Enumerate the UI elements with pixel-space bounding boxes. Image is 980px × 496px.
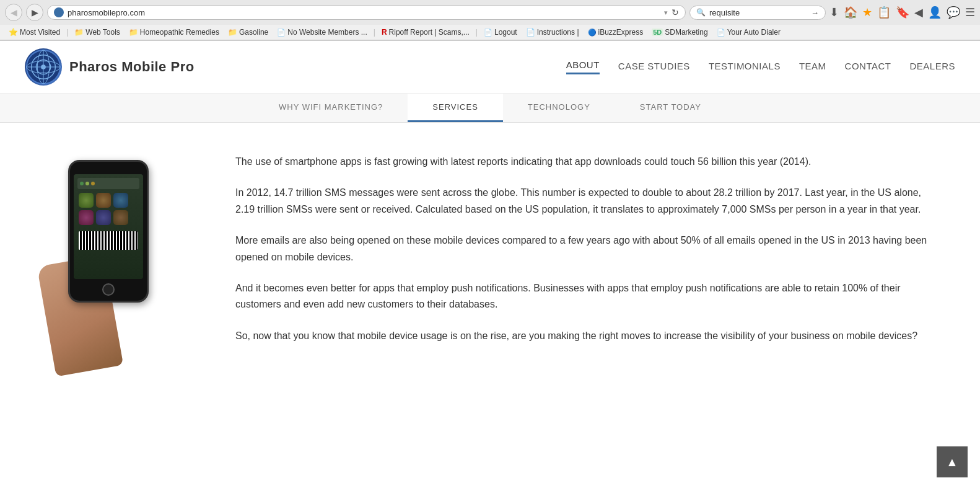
bookmark-no-website[interactable]: 📄 No Website Members ... xyxy=(273,27,370,38)
bookmark-most-visited[interactable]: ⭐ Most Visited xyxy=(5,27,64,38)
no-website-icon: 📄 xyxy=(277,29,286,37)
phone-home-button xyxy=(102,283,115,296)
phone-body xyxy=(68,160,149,303)
paragraph-3: More emails are also being opened on the… xyxy=(235,232,943,265)
sdmarketing-label: SDMarketing xyxy=(665,28,707,37)
separator-1: | xyxy=(66,28,68,37)
logout-label: Logout xyxy=(494,28,517,37)
gasoline-folder-icon: 📁 xyxy=(228,28,237,37)
logout-icon: 📄 xyxy=(484,29,492,37)
toolbar-icons: ⬇ 🏠 ★ 📋 🔖 ◀ 👤 💬 ☰ xyxy=(829,6,975,19)
app-icon-2 xyxy=(96,193,111,208)
homeopathic-label: Homeopathic Remedies xyxy=(140,28,219,37)
nav-dealers[interactable]: DEALERS xyxy=(909,61,955,74)
nav-team[interactable]: TEAM xyxy=(799,61,826,74)
site-logo[interactable]: Pharos Mobile Pro xyxy=(25,48,195,86)
menu-icon[interactable]: ☰ xyxy=(965,6,975,19)
app-icon-5 xyxy=(96,210,111,225)
ripoff-label: Ripoff Report | Scams,... xyxy=(389,28,470,37)
sub-nav: WHY WIFI MARKETING? SERVICES TECHNOLOGY … xyxy=(0,94,980,123)
no-website-label: No Website Members ... xyxy=(287,28,367,37)
autodialer-icon: 📄 xyxy=(717,29,725,37)
logo-icon xyxy=(25,48,62,86)
back-button[interactable]: ◀ xyxy=(5,4,22,21)
user-icon[interactable]: 👤 xyxy=(928,6,942,19)
content-text: The use of smartphone apps is fast growi… xyxy=(235,148,943,371)
sub-nav-start-today[interactable]: START TODAY xyxy=(615,94,726,122)
phone-screen-content xyxy=(74,174,143,279)
svg-point-7 xyxy=(41,64,46,69)
nav-contact[interactable]: CONTACT xyxy=(845,61,891,74)
content-area: The use of smartphone apps is fast growi… xyxy=(0,123,980,396)
search-text: requisite xyxy=(709,8,807,17)
browser-chrome: ◀ ▶ pharosmobilepro.com ▾ ↻ 🔍 requisite … xyxy=(0,0,980,41)
phone-barcode xyxy=(79,231,138,250)
home-icon[interactable]: 🏠 xyxy=(844,6,857,19)
paragraph-4: And it becomes even better for apps that… xyxy=(235,280,943,313)
sub-nav-why-wifi[interactable]: WHY WIFI MARKETING? xyxy=(254,94,408,122)
chat-icon[interactable]: 💬 xyxy=(947,6,960,19)
ibuzz-icon: 🔵 xyxy=(588,29,597,37)
separator-2: | xyxy=(374,28,375,37)
web-tools-folder-icon: 📁 xyxy=(74,28,84,37)
homeopathic-folder-icon: 📁 xyxy=(129,28,138,37)
address-dropdown-icon[interactable]: ▾ xyxy=(664,9,668,17)
app-icon-1 xyxy=(79,193,94,208)
bookmark-autodialer[interactable]: 📄 Your Auto Dialer xyxy=(713,27,784,38)
bookmark-gasoline[interactable]: 📁 Gasoline xyxy=(224,27,272,38)
most-visited-icon: ⭐ xyxy=(9,28,18,37)
signal-dot-3 xyxy=(91,182,95,185)
ibuzz-label: iBuzzExpress xyxy=(598,28,644,37)
forward-button[interactable]: ▶ xyxy=(26,4,43,21)
logo-text: Pharos Mobile Pro xyxy=(69,59,195,75)
nav-testimonials[interactable]: TESTIMONIALS xyxy=(709,61,781,74)
bookmark-homeopathic[interactable]: 📁 Homeopathic Remedies xyxy=(125,27,223,38)
paragraph-5: So, now that you know that mobile device… xyxy=(235,328,943,344)
url-text: pharosmobilepro.com xyxy=(68,8,660,17)
separator-3: | xyxy=(476,28,478,37)
search-submit-icon[interactable]: → xyxy=(811,8,819,17)
app-icon-4 xyxy=(79,210,94,225)
paragraph-2: In 2012, 14.7 trillion SMS messages were… xyxy=(235,185,943,218)
signal-dot-1 xyxy=(80,182,84,185)
app-icon-6 xyxy=(113,210,128,225)
web-tools-label: Web Tools xyxy=(85,28,120,37)
address-bar[interactable]: pharosmobilepro.com ▾ ↻ xyxy=(47,5,686,20)
sub-nav-services[interactable]: SERVICES xyxy=(408,94,503,122)
phone-screen xyxy=(74,174,143,279)
nav-about[interactable]: ABOUT xyxy=(566,60,600,74)
bookmark-instructions[interactable]: 📄 Instructions | xyxy=(522,27,583,38)
bookmark-sdmarketing[interactable]: 5D SDMarketing xyxy=(648,27,711,38)
bookmarks-bar: ⭐ Most Visited | 📁 Web Tools 📁 Homeopath… xyxy=(0,25,980,40)
download-icon[interactable]: ⬇ xyxy=(829,6,839,19)
gasoline-label: Gasoline xyxy=(239,28,268,37)
website: Pharos Mobile Pro ABOUT CASE STUDIES TES… xyxy=(0,41,980,396)
bookmark-star-icon[interactable]: ★ xyxy=(862,6,872,19)
refresh-icon[interactable]: ↻ xyxy=(672,7,679,17)
paragraph-1: The use of smartphone apps is fast growi… xyxy=(235,154,943,170)
signal-dot-2 xyxy=(85,182,89,185)
main-nav: ABOUT CASE STUDIES TESTIMONIALS TEAM CON… xyxy=(566,60,955,74)
sdmarketing-icon: 5D xyxy=(652,29,663,36)
phone-top-bar xyxy=(77,178,139,189)
bookmark-web-tools[interactable]: 📁 Web Tools xyxy=(71,27,124,38)
instructions-label: Instructions | xyxy=(537,28,579,37)
reader-icon[interactable]: ◀ xyxy=(914,6,923,19)
site-icon xyxy=(54,7,64,17)
bookmark-logout[interactable]: 📄 Logout xyxy=(480,27,521,38)
back-to-top-button[interactable]: ▲ xyxy=(937,446,968,477)
phone-hand-graphic xyxy=(37,160,198,371)
bookmark-ripoff[interactable]: R Ripoff Report | Scams,... xyxy=(378,27,473,38)
instructions-icon: 📄 xyxy=(526,28,535,37)
phone-apps-row xyxy=(77,192,139,226)
browser-toolbar: ◀ ▶ pharosmobilepro.com ▾ ↻ 🔍 requisite … xyxy=(0,0,980,25)
bookmark-list-icon[interactable]: 📋 xyxy=(877,6,891,19)
site-header: Pharos Mobile Pro ABOUT CASE STUDIES TES… xyxy=(0,41,980,94)
search-bar[interactable]: 🔍 requisite → xyxy=(689,6,826,20)
nav-case-studies[interactable]: CASE STUDIES xyxy=(618,61,690,74)
ripoff-icon: R xyxy=(382,28,387,37)
pocket-icon[interactable]: 🔖 xyxy=(896,6,909,19)
bookmark-ibuzz[interactable]: 🔵 iBuzzExpress xyxy=(584,27,647,38)
sub-nav-technology[interactable]: TECHNOLOGY xyxy=(503,94,615,122)
search-icon: 🔍 xyxy=(696,8,706,17)
